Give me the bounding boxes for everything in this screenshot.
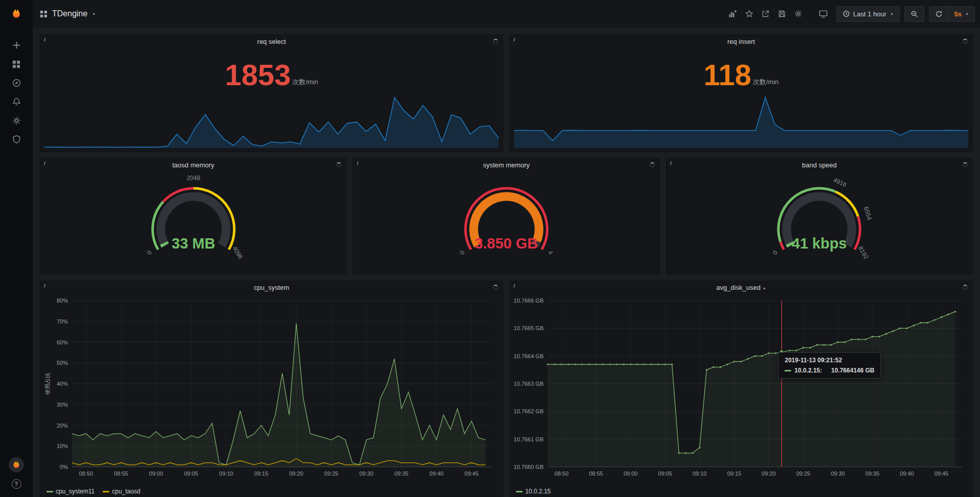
panel-info-icon[interactable]: i xyxy=(513,36,515,42)
svg-text:09:30: 09:30 xyxy=(831,470,845,477)
row-gauges: i taosd memory 02048409633 MB i system m… xyxy=(40,158,973,275)
panel-info-icon[interactable]: i xyxy=(44,36,45,42)
sidebar-item-dashboards[interactable] xyxy=(0,55,33,73)
panel-req-insert: i req insert 118 次数/min xyxy=(509,35,973,152)
stat-value: 1853 xyxy=(225,60,291,90)
svg-text:60%: 60% xyxy=(57,339,68,345)
panel-info-icon[interactable]: i xyxy=(670,160,672,166)
help-icon[interactable]: ? xyxy=(12,479,21,489)
svg-text:10.7662 GB: 10.7662 GB xyxy=(513,408,544,414)
sidebar-item-create[interactable] xyxy=(0,36,33,55)
panel-loading-icon xyxy=(493,39,498,44)
user-avatar[interactable] xyxy=(9,457,24,473)
svg-text:70%: 70% xyxy=(57,318,68,325)
legend-item-host[interactable]: 10.0.2.15 xyxy=(516,488,551,495)
panel-avg-disk-used: i avg_disk_used▼ 10.7660 GB10.7661 GB10.… xyxy=(509,281,973,497)
share-icon xyxy=(762,10,770,18)
legend-item-cpu-system11[interactable]: cpu_system11 xyxy=(46,488,94,495)
taosd-memory-gauge[interactable]: 02048409633 MB xyxy=(117,172,270,274)
panel-loading-icon xyxy=(963,285,968,290)
svg-text:33 MB: 33 MB xyxy=(172,235,215,252)
save-button[interactable] xyxy=(774,6,790,22)
panel-title[interactable]: system memory xyxy=(353,159,659,172)
help-glyph: ? xyxy=(14,481,18,488)
svg-text:09:45: 09:45 xyxy=(464,470,479,477)
svg-text:08:50: 08:50 xyxy=(554,470,569,477)
svg-text:09:35: 09:35 xyxy=(865,470,879,477)
panel-taosd-memory: i taosd memory 02048409633 MB xyxy=(40,158,347,275)
svg-text:10%: 10% xyxy=(57,443,68,449)
dashboard-title-group[interactable]: TDengine ▼ xyxy=(40,9,95,18)
avg-disk-used-graph[interactable]: 10.7660 GB10.7661 GB10.7662 GB10.7663 GB… xyxy=(512,295,970,484)
refresh-icon xyxy=(935,10,943,18)
star-button[interactable] xyxy=(741,6,757,22)
panel-title[interactable]: cpu_system xyxy=(40,281,503,294)
add-panel-button[interactable] xyxy=(724,6,741,22)
panel-loading-icon xyxy=(493,285,498,290)
svg-text:09:05: 09:05 xyxy=(658,470,672,477)
svg-text:50%: 50% xyxy=(57,360,68,366)
time-picker-button[interactable]: Last 1 hour ▼ xyxy=(837,7,899,21)
series-color-dash xyxy=(785,370,791,371)
panel-title[interactable]: taosd memory xyxy=(40,159,346,172)
svg-text:09:10: 09:10 xyxy=(219,470,233,477)
svg-text:0: 0 xyxy=(145,249,153,256)
series-color-dash xyxy=(46,491,53,492)
svg-text:3.850 GB: 3.850 GB xyxy=(475,235,538,252)
panel-info-icon[interactable]: i xyxy=(44,282,45,288)
svg-text:09:20: 09:20 xyxy=(762,470,776,477)
svg-text:41 kbps: 41 kbps xyxy=(792,235,847,252)
add-panel-icon xyxy=(728,10,737,18)
panel-info-icon[interactable]: i xyxy=(44,160,45,166)
gauge-wrap: 049166554819241 kbps xyxy=(667,172,972,274)
plus-icon xyxy=(12,40,21,50)
tooltip-series: 10.0.2.15: xyxy=(794,367,822,374)
svg-text:40%: 40% xyxy=(57,381,68,387)
sidebar-item-explore[interactable] xyxy=(0,73,33,92)
dashboard: i req select 1853 次数/min i req insert 11… xyxy=(33,28,980,497)
legend-item-cpu-taosd[interactable]: cpu_taosd xyxy=(103,488,140,495)
refresh-interval-label: 5s xyxy=(954,10,962,18)
sidebar-nav xyxy=(0,36,33,149)
svg-text:09:00: 09:00 xyxy=(149,470,163,477)
cpu-system-graph[interactable]: 0%10%20%30%40%50%60%70%80%08:5008:5509:0… xyxy=(42,295,501,484)
grafana-logo[interactable] xyxy=(9,0,24,28)
stat-unit: 次数/min xyxy=(753,78,779,87)
legend: 10.0.2.15 xyxy=(516,488,551,495)
system-memory-gauge[interactable]: 043.850 GB xyxy=(430,172,583,274)
sidebar-item-server-admin[interactable] xyxy=(0,130,33,149)
panel-title[interactable]: req select xyxy=(40,35,503,48)
panel-title[interactable]: band speed xyxy=(667,159,972,172)
refresh-interval-button[interactable]: 5s ▼ xyxy=(949,7,974,21)
time-picker-group: Last 1 hour ▼ xyxy=(837,6,900,22)
refresh-button[interactable] xyxy=(929,7,948,21)
sidebar-item-alerting[interactable] xyxy=(0,92,33,111)
stat-value: 118 xyxy=(703,60,751,90)
alerting-bell-icon xyxy=(12,97,21,107)
svg-text:0: 0 xyxy=(771,249,779,256)
sidebar-item-configuration[interactable] xyxy=(0,111,33,130)
shield-icon xyxy=(12,135,21,144)
cycle-view-button[interactable] xyxy=(815,6,832,22)
band-speed-gauge[interactable]: 049166554819241 kbps xyxy=(743,172,896,274)
grafana-flame-icon xyxy=(9,6,24,21)
svg-text:09:10: 09:10 xyxy=(693,470,707,477)
panel-info-icon[interactable]: i xyxy=(357,160,358,166)
stat-value-group: 1853 次数/min xyxy=(40,48,503,102)
navbar-actions: Last 1 hour ▼ xyxy=(724,6,975,22)
dashboard-settings-button[interactable] xyxy=(790,6,806,22)
panel-title[interactable]: avg_disk_used▼ xyxy=(510,281,972,294)
sidebar-bottom: ? xyxy=(9,457,24,497)
sidebar: ? xyxy=(0,0,33,497)
share-button[interactable] xyxy=(757,6,774,22)
zoom-out-button[interactable] xyxy=(905,7,924,21)
panel-info-icon[interactable]: i xyxy=(513,282,515,288)
panel-title-caret-icon: ▼ xyxy=(763,287,766,290)
zoom-out-icon xyxy=(911,10,918,18)
svg-text:0%: 0% xyxy=(60,464,68,470)
tooltip-row: 10.0.2.15: 10.7664146 GB xyxy=(785,367,874,374)
time-picker-caret-icon: ▼ xyxy=(890,12,894,16)
svg-text:10.7665 GB: 10.7665 GB xyxy=(513,325,544,331)
refresh-interval-caret-icon: ▼ xyxy=(965,12,969,16)
panel-title[interactable]: req insert xyxy=(510,35,972,48)
